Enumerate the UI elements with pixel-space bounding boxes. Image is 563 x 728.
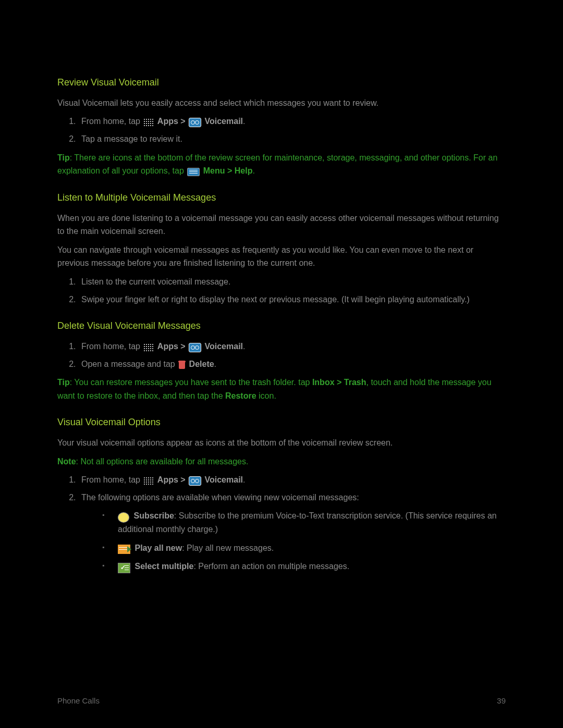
play-text: : Play all new messages. (182, 544, 274, 552)
tip-label: Tip (57, 153, 70, 162)
period: . (243, 342, 245, 351)
voicemail-icon (189, 343, 201, 352)
step-text: From home, tap (81, 342, 142, 351)
heading-listen: Listen to Multiple Voicemail Messages (57, 190, 506, 205)
period: . (243, 117, 245, 126)
play-all-icon (118, 545, 130, 554)
period: . (252, 166, 254, 175)
note-text: : Not all options are available for all … (76, 457, 249, 466)
voicemail-label: Voicemail (205, 117, 243, 126)
apps-label: Apps > (157, 117, 188, 126)
voicemail-label: Voicemail (205, 342, 243, 351)
select-multiple-icon (118, 563, 130, 573)
apps-label: Apps > (157, 475, 188, 484)
options-step-1: From home, tap Apps > Voicemail. (78, 473, 506, 487)
step-text: The following options are available when… (81, 493, 359, 502)
apps-grid-icon (143, 343, 154, 352)
heading-review: Review Visual Voicemail (57, 75, 506, 90)
listen-p1: When you are done listening to a voicema… (57, 212, 506, 238)
option-select-multiple: Select multiple: Perform an action on mu… (102, 560, 506, 573)
select-text: : Perform an action on multiple messages… (193, 562, 349, 571)
voicemail-icon (189, 476, 201, 486)
listen-p2: You can navigate through voicemail messa… (57, 243, 506, 270)
options-step-2: The following options are available when… (78, 491, 506, 573)
tip-line1: : There are icons at the bottom of the r… (70, 153, 439, 162)
heading-options: Visual Voicemail Options (57, 415, 506, 430)
options-bullets: Subscribe: Subscribe to the premium Voic… (81, 509, 506, 573)
subscribe-text: : Subscribe to the premium Voice-to-Text… (118, 511, 497, 534)
listen-step-1: Listen to the current voicemail message. (78, 275, 506, 289)
options-note: Note: Not all options are available for … (57, 455, 506, 468)
delete-steps: From home, tap Apps > Voicemail. Open a … (57, 340, 506, 371)
document-page: Review Visual Voicemail Visual Voicemail… (0, 0, 563, 728)
option-play-all: Play all new: Play all new messages. (102, 541, 506, 555)
footer-left: Phone Calls (57, 695, 100, 707)
footer-page-number: 39 (497, 695, 506, 707)
options-intro: Your visual voicemail options appear as … (57, 436, 506, 450)
step-text: From home, tap (81, 117, 142, 126)
voicemail-label: Voicemail (205, 475, 243, 484)
tip-label: Tip (57, 378, 70, 387)
delete-label: Delete (189, 360, 214, 368)
options-steps: From home, tap Apps > Voicemail. The fol… (57, 473, 506, 573)
select-label: Select multiple (134, 562, 193, 571)
step-text: From home, tap (81, 475, 142, 484)
page-footer: Phone Calls 39 (57, 695, 506, 707)
tip-part1: : You can restore messages you have sent… (70, 378, 312, 387)
period: . (243, 475, 245, 484)
review-step-1: From home, tap Apps > Voicemail. (78, 115, 506, 128)
subscribe-icon (118, 512, 129, 523)
delete-tip: Tip: You can restore messages you have s… (57, 376, 506, 402)
play-label: Play all new (134, 544, 182, 552)
review-tip: Tip: There are icons at the bottom of th… (57, 151, 506, 178)
period: . (214, 360, 216, 368)
voicemail-icon (189, 118, 201, 127)
delete-step-2: Open a message and tap Delete. (78, 357, 506, 371)
inbox-trash: Inbox > Trash (312, 378, 366, 387)
menu-help-label: Menu > Help (203, 166, 253, 175)
listen-step-2: Swipe your finger left or right to displ… (78, 293, 506, 306)
option-subscribe: Subscribe: Subscribe to the premium Voic… (102, 509, 506, 536)
apps-label: Apps > (157, 342, 188, 351)
menu-icon (187, 168, 200, 176)
subscribe-label: Subscribe (133, 511, 174, 520)
review-steps: From home, tap Apps > Voicemail. Tap a m… (57, 115, 506, 145)
review-intro: Visual Voicemail lets you easily access … (57, 96, 506, 110)
apps-grid-icon (143, 477, 154, 485)
tip-part3: icon. (256, 391, 276, 400)
listen-steps: Listen to the current voicemail message.… (57, 275, 506, 306)
review-step-2: Tap a message to review it. (78, 132, 506, 146)
note-label: Note (57, 457, 76, 466)
heading-delete: Delete Visual Voicemail Messages (57, 318, 506, 334)
trash-icon (178, 361, 186, 369)
step-text: Open a message and tap (81, 360, 177, 368)
delete-step-1: From home, tap Apps > Voicemail. (78, 340, 506, 353)
apps-grid-icon (143, 118, 154, 127)
restore-label: Restore (225, 391, 256, 400)
